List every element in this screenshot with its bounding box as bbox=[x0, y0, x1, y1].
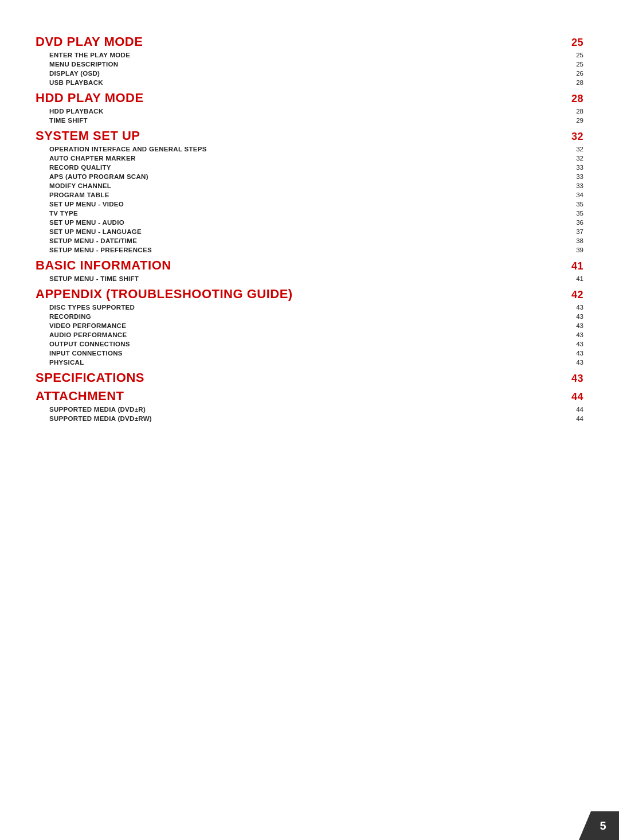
toc-item-page: 36 bbox=[566, 219, 583, 226]
toc-heading: SYSTEM SET UP32 bbox=[36, 128, 583, 143]
page-number: 5 bbox=[591, 819, 606, 833]
toc-heading: HDD PLAY MODE28 bbox=[36, 91, 583, 106]
toc-item: USB PLAYBACK28 bbox=[36, 78, 583, 87]
toc-item: HDD PLAYBACK28 bbox=[36, 107, 583, 116]
toc-item-label: TIME SHIFT bbox=[49, 117, 88, 124]
toc-section: ATTACHMENT44SUPPORTED MEDIA (DVD±R)44SUP… bbox=[36, 389, 583, 423]
toc-item-label: AUDIO PERFORMANCE bbox=[49, 331, 127, 338]
toc-item-label: DISPLAY (OSD) bbox=[49, 70, 100, 77]
toc-item-page: 25 bbox=[566, 61, 583, 68]
toc-item-page: 32 bbox=[566, 155, 583, 162]
toc-item-page: 43 bbox=[566, 304, 583, 311]
toc-item-label: SETUP MENU - PREFERENCES bbox=[49, 247, 152, 253]
toc-section: SPECIFICATIONS43 bbox=[36, 370, 583, 385]
toc-item: SUPPORTED MEDIA (DVD±R)44 bbox=[36, 405, 583, 414]
toc-heading-label: BASIC INFORMATION bbox=[36, 258, 171, 273]
toc-item-page: 38 bbox=[566, 237, 583, 244]
toc-section: APPENDIX (TROUBLESHOOTING GUIDE)42DISC T… bbox=[36, 287, 583, 367]
toc-item: MODIFY CHANNEL33 bbox=[36, 181, 583, 190]
toc-item-page: 35 bbox=[566, 201, 583, 208]
toc-heading-page: 32 bbox=[571, 131, 583, 143]
toc-item: TV TYPE35 bbox=[36, 209, 583, 218]
toc-item-page: 43 bbox=[566, 313, 583, 320]
toc-section: BASIC INFORMATION41SETUP MENU - TIME SHI… bbox=[36, 258, 583, 283]
toc-item-page: 43 bbox=[566, 331, 583, 338]
toc-item-label: RECORDING bbox=[49, 313, 91, 320]
toc-item-page: 41 bbox=[566, 275, 583, 282]
toc-item-label: SET UP MENU - LANGUAGE bbox=[49, 228, 142, 235]
toc-heading-page: 44 bbox=[571, 391, 583, 403]
toc-item-label: SETUP MENU - TIME SHIFT bbox=[49, 275, 139, 282]
toc-item-page: 39 bbox=[566, 247, 583, 253]
toc-heading: SPECIFICATIONS43 bbox=[36, 370, 583, 385]
toc-item-page: 43 bbox=[566, 350, 583, 357]
toc-item: SETUP MENU - PREFERENCES39 bbox=[36, 245, 583, 255]
toc-item: SETUP MENU - DATE/TIME38 bbox=[36, 236, 583, 245]
toc-item-label: PHYSICAL bbox=[49, 359, 84, 366]
toc-heading-label: APPENDIX (TROUBLESHOOTING GUIDE) bbox=[36, 287, 293, 302]
toc-heading-page: 28 bbox=[571, 93, 583, 105]
toc-item-label: OPERATION INTERFACE AND GENERAL STEPS bbox=[49, 146, 207, 153]
toc-item: DISPLAY (OSD)26 bbox=[36, 69, 583, 78]
toc-section: DVD PLAY MODE25ENTER THE PLAY MODE25MENU… bbox=[36, 34, 583, 87]
toc-item: SET UP MENU - VIDEO35 bbox=[36, 200, 583, 209]
toc-item-label: INPUT CONNECTIONS bbox=[49, 350, 123, 357]
toc-item-page: 33 bbox=[566, 182, 583, 189]
toc-heading-page: 41 bbox=[571, 260, 583, 272]
toc-item-label: TV TYPE bbox=[49, 210, 78, 217]
toc-item-label: OUTPUT CONNECTIONS bbox=[49, 341, 130, 347]
toc-item-label: USB PLAYBACK bbox=[49, 79, 103, 86]
toc-heading: DVD PLAY MODE25 bbox=[36, 34, 583, 49]
toc-item: AUTO CHAPTER MARKER32 bbox=[36, 154, 583, 163]
toc-item-label: HDD PLAYBACK bbox=[49, 108, 104, 115]
toc-item: SET UP MENU - LANGUAGE37 bbox=[36, 227, 583, 236]
toc-item: SUPPORTED MEDIA (DVD±RW)44 bbox=[36, 414, 583, 423]
toc-heading-label: HDD PLAY MODE bbox=[36, 91, 144, 106]
toc-item: TIME SHIFT29 bbox=[36, 116, 583, 125]
toc-item: RECORDING43 bbox=[36, 312, 583, 321]
toc-section: SYSTEM SET UP32OPERATION INTERFACE AND G… bbox=[36, 128, 583, 255]
toc-item-page: 26 bbox=[566, 70, 583, 77]
toc-item: RECORD QUALITY33 bbox=[36, 163, 583, 172]
toc-item: MENU DESCRIPTION25 bbox=[36, 60, 583, 69]
toc-item: SET UP MENU - AUDIO36 bbox=[36, 218, 583, 227]
toc-heading-label: SYSTEM SET UP bbox=[36, 128, 140, 143]
toc-heading-page: 25 bbox=[571, 37, 583, 49]
page-container: DVD PLAY MODE25ENTER THE PLAY MODE25MENU… bbox=[0, 0, 619, 472]
toc-heading: APPENDIX (TROUBLESHOOTING GUIDE)42 bbox=[36, 287, 583, 302]
toc-item-label: VIDEO PERFORMANCE bbox=[49, 322, 126, 329]
page-number-badge: 5 bbox=[579, 811, 619, 840]
toc-item-label: SET UP MENU - AUDIO bbox=[49, 219, 124, 226]
toc-item: SETUP MENU - TIME SHIFT41 bbox=[36, 274, 583, 283]
toc-item-label: SUPPORTED MEDIA (DVD±RW) bbox=[49, 415, 152, 422]
toc-item: PROGRAM TABLE34 bbox=[36, 190, 583, 200]
toc-heading: ATTACHMENT44 bbox=[36, 389, 583, 404]
toc-heading: BASIC INFORMATION41 bbox=[36, 258, 583, 273]
toc-item-label: RECORD QUALITY bbox=[49, 164, 111, 171]
toc-item: VIDEO PERFORMANCE43 bbox=[36, 321, 583, 330]
toc-item-label: SETUP MENU - DATE/TIME bbox=[49, 237, 137, 244]
toc-heading-page: 42 bbox=[571, 289, 583, 301]
toc-item-label: ENTER THE PLAY MODE bbox=[49, 52, 130, 58]
toc-item-page: 34 bbox=[566, 192, 583, 198]
toc-item-page: 25 bbox=[566, 52, 583, 58]
toc-item-label: MENU DESCRIPTION bbox=[49, 61, 118, 68]
toc-item-label: SUPPORTED MEDIA (DVD±R) bbox=[49, 406, 146, 413]
toc-item-page: 43 bbox=[566, 322, 583, 329]
toc-item: APS (AUTO PROGRAM SCAN)33 bbox=[36, 172, 583, 181]
toc-item-label: APS (AUTO PROGRAM SCAN) bbox=[49, 173, 148, 180]
toc-item: ENTER THE PLAY MODE25 bbox=[36, 50, 583, 60]
toc-item: PHYSICAL43 bbox=[36, 358, 583, 367]
toc-item: OPERATION INTERFACE AND GENERAL STEPS32 bbox=[36, 144, 583, 154]
toc-item-page: 35 bbox=[566, 210, 583, 217]
toc-item-page: 43 bbox=[566, 341, 583, 347]
toc-item-label: SET UP MENU - VIDEO bbox=[49, 201, 124, 208]
toc-heading-label: DVD PLAY MODE bbox=[36, 34, 143, 49]
toc-item-page: 28 bbox=[566, 108, 583, 115]
toc-item-page: 44 bbox=[566, 415, 583, 422]
toc-item-label: PROGRAM TABLE bbox=[49, 192, 109, 198]
toc-item-label: DISC TYPES SUPPORTED bbox=[49, 304, 135, 311]
toc-item-page: 43 bbox=[566, 359, 583, 366]
toc-item: AUDIO PERFORMANCE43 bbox=[36, 330, 583, 339]
toc-item: INPUT CONNECTIONS43 bbox=[36, 349, 583, 358]
